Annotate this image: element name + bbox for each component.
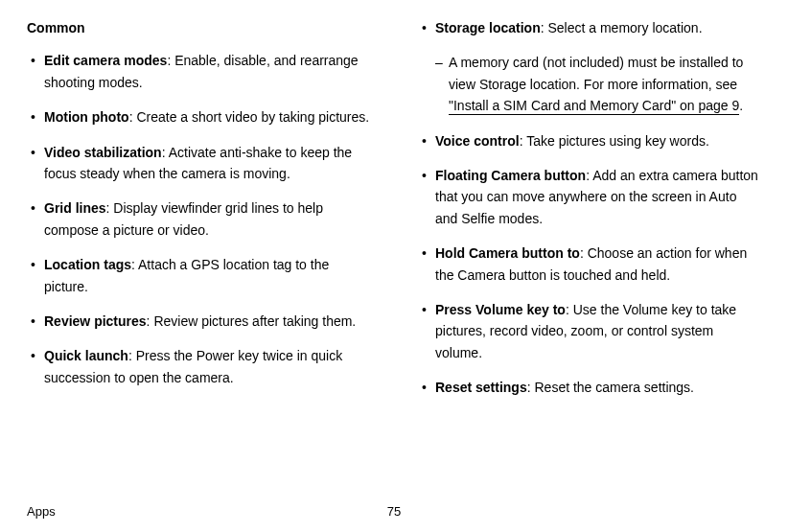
- term: Edit camera modes: [44, 53, 167, 68]
- term: Voice control: [435, 133, 520, 149]
- term: Floating Camera button: [435, 168, 586, 183]
- desc: : Review pictures after taking them.: [147, 313, 357, 329]
- list-item: Storage location: Select a memory locati…: [418, 17, 761, 38]
- list-item: Reset settings: Reset the camera setting…: [418, 377, 761, 398]
- desc: : Select a memory location.: [541, 20, 703, 35]
- sub-list-item: A memory card (not included) must be ins…: [418, 52, 761, 116]
- list-item: Location tags: Attach a GPS location tag…: [27, 254, 370, 297]
- section-header-common: Common: [27, 17, 370, 38]
- list-item: Edit camera modes: Enable, disable, and …: [27, 50, 370, 93]
- right-list: Storage location: Select a memory locati…: [418, 17, 761, 398]
- left-list: Edit camera modes: Enable, disable, and …: [27, 50, 370, 388]
- desc: : Reset the camera settings.: [527, 380, 694, 395]
- desc: : Create a short video by taking picture…: [129, 109, 370, 125]
- desc: : Take pictures using key words.: [520, 133, 709, 149]
- right-column: Storage location: Select a memory locati…: [418, 17, 761, 411]
- term: Review pictures: [44, 313, 147, 329]
- term: Grid lines: [44, 200, 106, 216]
- list-item: Motion photo: Create a short video by ta…: [27, 106, 370, 127]
- page-footer: Apps 75: [27, 502, 761, 522]
- list-item: Press Volume key to: Use the Volume key …: [418, 299, 761, 363]
- term: Press Volume key to: [435, 302, 566, 317]
- term: Motion photo: [44, 109, 129, 125]
- list-item: Quick launch: Press the Power key twice …: [27, 345, 370, 388]
- list-item: Voice control: Take pictures using key w…: [418, 130, 761, 151]
- term: Location tags: [44, 257, 131, 272]
- list-item: Video stabilization: Activate anti-shake…: [27, 142, 370, 185]
- list-item: Grid lines: Display viewfinder grid line…: [27, 197, 370, 241]
- term: Hold Camera button to: [435, 245, 580, 261]
- page-number: 75: [387, 502, 401, 522]
- sub-prefix: A memory card (not included) must be ins…: [449, 55, 743, 91]
- term: Reset settings: [435, 380, 527, 395]
- footer-section-label: Apps: [27, 502, 56, 522]
- list-item: Hold Camera button to: Choose an action …: [418, 243, 761, 286]
- cross-reference-link[interactable]: "Install a SIM Card and Memory Card" on …: [449, 98, 739, 115]
- term: Quick launch: [44, 348, 128, 363]
- left-column: Common Edit camera modes: Enable, disabl…: [27, 17, 370, 411]
- sub-suffix: .: [739, 98, 743, 113]
- term: Storage location: [435, 20, 541, 35]
- list-item: Review pictures: Review pictures after t…: [27, 311, 370, 332]
- list-item: Floating Camera button: Add an extra cam…: [418, 165, 761, 229]
- term: Video stabilization: [44, 145, 162, 160]
